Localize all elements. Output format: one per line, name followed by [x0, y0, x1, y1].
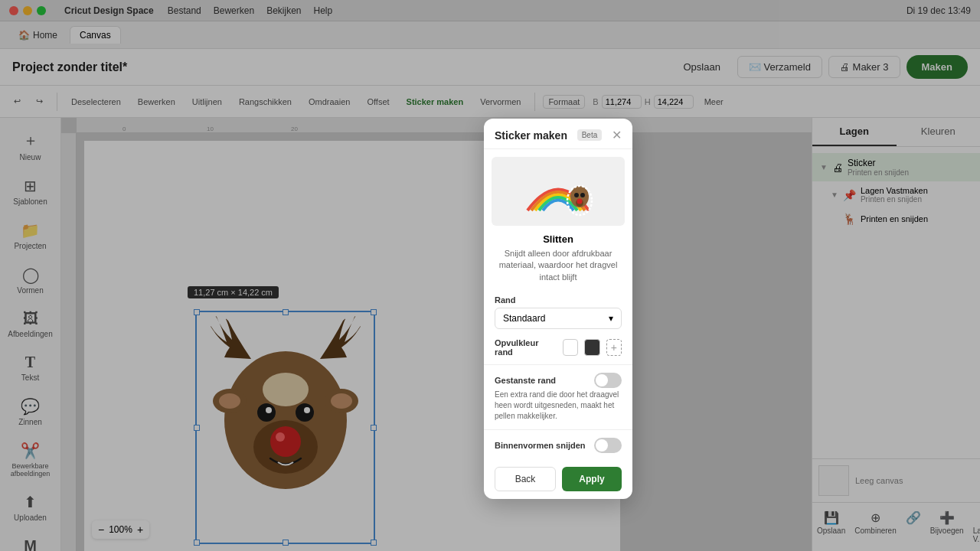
modal-preview-svg — [512, 165, 604, 218]
divider-2 — [484, 429, 632, 430]
svg-point-17 — [580, 193, 585, 197]
border-dropdown[interactable]: Standaard ▾ — [495, 308, 622, 329]
dashed-border-section: Gestanste rand Een extra rand die door h… — [484, 368, 632, 426]
inner-cut-toggle[interactable] — [594, 438, 622, 453]
modal-preview — [492, 157, 625, 226]
inner-cut-label: Binnenvormen snijden — [495, 441, 586, 450]
color-swatch-black[interactable] — [584, 339, 599, 356]
add-color-button[interactable]: + — [606, 339, 622, 356]
sticker-type-desc: Snijdt alleen door afdrukbaar materiaal,… — [495, 248, 622, 283]
inner-cut-section: Binnenvormen snijden — [484, 433, 632, 459]
dashed-border-toggle[interactable] — [594, 373, 622, 388]
border-label: Rand — [495, 295, 622, 305]
sticker-type-title: Slitten — [495, 233, 622, 245]
modal-header: Sticker maken Beta ✕ — [484, 119, 632, 149]
modal-footer: Back Apply — [484, 459, 632, 499]
divider-1 — [484, 364, 632, 365]
fill-color-label: Opvulkleur rand — [495, 338, 554, 357]
svg-point-15 — [577, 199, 583, 204]
dashed-border-row: Gestanste rand — [495, 373, 622, 388]
fill-color-section: Opvulkleur rand + — [484, 334, 632, 361]
svg-point-16 — [574, 193, 579, 197]
modal-title: Sticker maken — [495, 129, 567, 142]
border-section: Rand Standaard ▾ — [484, 291, 632, 334]
sticker-modal: Sticker maken Beta ✕ — [484, 119, 632, 499]
dashed-border-label: Gestanste rand — [495, 376, 556, 385]
apply-button[interactable]: Apply — [562, 467, 622, 491]
back-button[interactable]: Back — [495, 467, 556, 491]
modal-beta-badge: Beta — [577, 129, 603, 141]
color-swatch-white[interactable] — [563, 339, 578, 356]
inner-cut-row: Binnenvormen snijden — [495, 438, 622, 453]
dashed-border-desc: Een extra rand die door het draagvel hee… — [495, 390, 622, 422]
modal-overlay[interactable]: Sticker maken Beta ✕ — [0, 0, 980, 551]
border-value: Standaard — [503, 313, 545, 324]
modal-close-button[interactable]: ✕ — [612, 128, 622, 142]
chevron-down-icon: ▾ — [609, 313, 613, 324]
